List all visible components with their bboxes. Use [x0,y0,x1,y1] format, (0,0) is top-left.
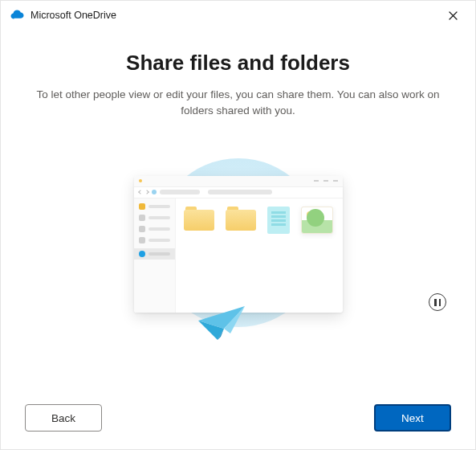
illustration-window-dot [139,179,142,182]
footer: Back Next [1,391,475,449]
pause-icon [434,299,441,306]
illustration-window-addressbar [134,187,343,198]
next-button[interactable]: Next [374,404,451,432]
close-icon [449,11,458,20]
page-subtitle: To let other people view or edit your fi… [30,87,447,120]
back-button[interactable]: Back [25,404,102,432]
paper-plane-icon [197,305,253,343]
illustration-sidebar [134,198,176,313]
illustration-window [134,176,343,313]
folder-icon [184,207,214,231]
illustration [126,152,351,337]
illustration-window-controls [314,180,338,182]
content-area: Share files and folders To let other peo… [1,30,475,391]
titlebar: Microsoft OneDrive [1,1,475,30]
image-thumbnail-icon [301,207,333,234]
document-icon [267,207,290,234]
page-title: Share files and folders [126,51,350,76]
illustration-window-titlebar [134,176,343,187]
window-title: Microsoft OneDrive [31,10,116,21]
close-button[interactable] [440,4,466,27]
titlebar-left: Microsoft OneDrive [10,8,116,22]
illustration-files [176,198,343,313]
illustration-window-body [134,198,343,313]
onedrive-icon [10,8,24,22]
folder-icon [226,207,256,231]
pause-button[interactable] [429,293,446,311]
